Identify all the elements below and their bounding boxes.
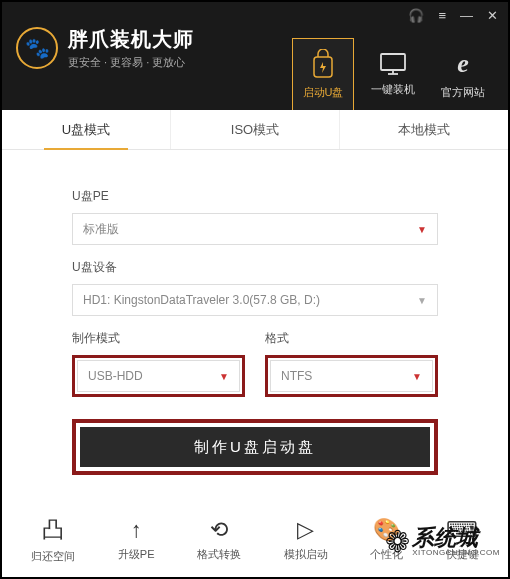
tool-simulate-boot[interactable]: ▷ 模拟启动 bbox=[284, 517, 328, 562]
arrow-up-icon: ↑ bbox=[131, 517, 142, 543]
form: U盘PE 标准版 ▼ U盘设备 HD1: KingstonDataTravele… bbox=[2, 150, 508, 485]
highlight-box: NTFS ▼ bbox=[265, 355, 438, 397]
app-title: 胖爪装机大师 bbox=[68, 26, 194, 53]
nav-boot-usb[interactable]: 启动U盘 bbox=[292, 38, 354, 110]
paw-icon: 🐾 bbox=[25, 36, 50, 60]
pe-label: U盘PE bbox=[72, 188, 438, 205]
refresh-icon: ⟲ bbox=[210, 517, 228, 543]
box-icon: 凸 bbox=[42, 515, 64, 545]
tool-format-convert[interactable]: ⟲ 格式转换 bbox=[197, 517, 241, 562]
logo: 🐾 bbox=[16, 27, 58, 69]
mode-tabs: U盘模式 ISO模式 本地模式 bbox=[2, 110, 508, 150]
tab-local-mode[interactable]: 本地模式 bbox=[340, 110, 508, 149]
tool-label: 模拟启动 bbox=[284, 547, 328, 562]
device-value: HD1: KingstonDataTraveler 3.0(57.8 GB, D… bbox=[83, 293, 320, 307]
nav-website[interactable]: e 官方网站 bbox=[432, 38, 494, 110]
nav-label: 官方网站 bbox=[441, 85, 485, 100]
watermark-url: XITONGCHENG.COM bbox=[412, 549, 500, 557]
device-select[interactable]: HD1: KingstonDataTraveler 3.0(57.8 GB, D… bbox=[72, 284, 438, 316]
highlight-box: USB-HDD ▼ bbox=[72, 355, 245, 397]
mode-label: 制作模式 bbox=[72, 330, 245, 347]
titlebar: 🎧 ≡ — ✕ bbox=[408, 8, 498, 23]
play-icon: ▷ bbox=[297, 517, 314, 543]
mode-value: USB-HDD bbox=[88, 369, 143, 383]
tab-usb-mode[interactable]: U盘模式 bbox=[2, 110, 171, 149]
format-select[interactable]: NTFS ▼ bbox=[270, 360, 433, 392]
pe-value: 标准版 bbox=[83, 221, 119, 238]
tool-label: 格式转换 bbox=[197, 547, 241, 562]
tool-label: 升级PE bbox=[118, 547, 155, 562]
format-label: 格式 bbox=[265, 330, 438, 347]
support-icon[interactable]: 🎧 bbox=[408, 8, 424, 23]
header: 🎧 ≡ — ✕ 🐾 胖爪装机大师 更安全 · 更容易 · 更放心 启动U盘 一键… bbox=[2, 2, 508, 110]
menu-icon[interactable]: ≡ bbox=[438, 8, 446, 23]
chevron-down-icon: ▼ bbox=[219, 371, 229, 382]
device-label: U盘设备 bbox=[72, 259, 438, 276]
chevron-down-icon: ▼ bbox=[417, 224, 427, 235]
nav-label: 一键装机 bbox=[371, 82, 415, 97]
tab-iso-mode[interactable]: ISO模式 bbox=[171, 110, 340, 149]
header-nav: 启动U盘 一键装机 e 官方网站 bbox=[292, 38, 494, 110]
minimize-icon[interactable]: — bbox=[460, 8, 473, 23]
monitor-icon bbox=[379, 52, 407, 76]
svg-rect-1 bbox=[381, 54, 405, 70]
mode-select[interactable]: USB-HDD ▼ bbox=[77, 360, 240, 392]
format-value: NTFS bbox=[281, 369, 312, 383]
nav-one-click[interactable]: 一键装机 bbox=[362, 38, 424, 110]
pe-select[interactable]: 标准版 ▼ bbox=[72, 213, 438, 245]
watermark: ❁ 系统城 XITONGCHENG.COM bbox=[385, 524, 500, 559]
tool-return-space[interactable]: 凸 归还空间 bbox=[31, 515, 75, 564]
bottom-toolbar: 凸 归还空间 ↑ 升级PE ⟲ 格式转换 ▷ 模拟启动 🎨 个性化 ⌨ 快捷键 … bbox=[2, 501, 508, 577]
chevron-down-icon: ▼ bbox=[412, 371, 422, 382]
nav-label: 启动U盘 bbox=[303, 85, 344, 100]
brand: 🐾 胖爪装机大师 更安全 · 更容易 · 更放心 bbox=[16, 26, 194, 70]
close-icon[interactable]: ✕ bbox=[487, 8, 498, 23]
tool-upgrade-pe[interactable]: ↑ 升级PE bbox=[118, 517, 155, 562]
tool-label: 归还空间 bbox=[31, 549, 75, 564]
app-subtitle: 更安全 · 更容易 · 更放心 bbox=[68, 55, 194, 70]
usb-lock-icon bbox=[310, 49, 336, 79]
create-boot-button[interactable]: 制作U盘启动盘 bbox=[80, 427, 430, 467]
ie-icon: e bbox=[457, 49, 469, 79]
chevron-down-icon: ▼ bbox=[417, 295, 427, 306]
watermark-title: 系统城 bbox=[412, 527, 500, 549]
gear-icon: ❁ bbox=[385, 524, 410, 559]
highlight-box: 制作U盘启动盘 bbox=[72, 419, 438, 475]
